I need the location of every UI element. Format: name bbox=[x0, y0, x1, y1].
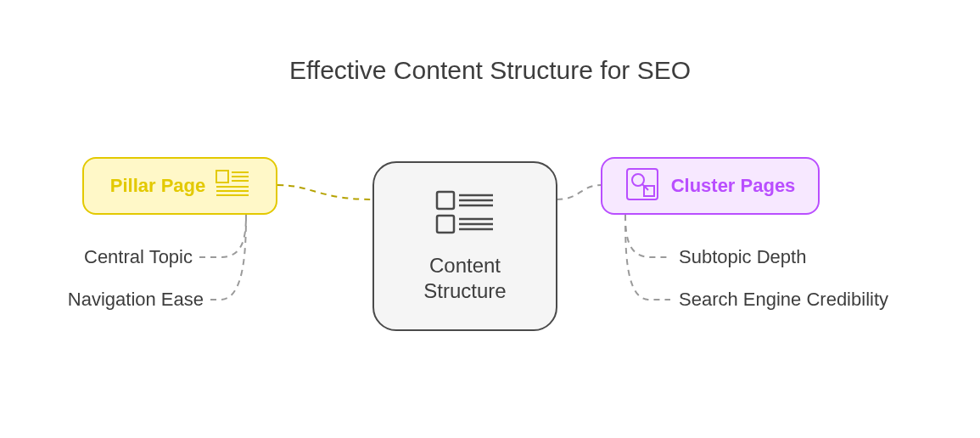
cluster-pages-label: Cluster Pages bbox=[671, 175, 796, 197]
content-structure-node: ContentStructure bbox=[372, 161, 557, 331]
pillar-page-label: Pillar Page bbox=[110, 175, 206, 197]
svg-rect-0 bbox=[216, 171, 228, 182]
svg-rect-11 bbox=[437, 216, 454, 233]
document-icon bbox=[216, 170, 249, 202]
connector-pillar-center bbox=[277, 178, 375, 204]
content-structure-label: ContentStructure bbox=[423, 253, 506, 304]
connector-cluster-sub2 bbox=[621, 215, 672, 308]
cluster-pages-node: Cluster Pages bbox=[601, 157, 820, 215]
svg-rect-7 bbox=[437, 192, 454, 209]
connector-pillar-sub2 bbox=[210, 215, 261, 308]
list-blocks-icon bbox=[432, 188, 498, 253]
diagram-title: Effective Content Structure for SEO bbox=[0, 56, 980, 85]
connector-cluster-sub1 bbox=[621, 215, 672, 266]
pillar-subitem-1: Central Topic bbox=[84, 246, 193, 268]
cluster-subitem-2: Search Engine Credibility bbox=[679, 289, 888, 311]
shapes-icon bbox=[625, 167, 659, 205]
cluster-subitem-1: Subtopic Depth bbox=[679, 246, 806, 268]
pillar-subitem-2: Navigation Ease bbox=[68, 289, 204, 311]
connector-pillar-sub1 bbox=[199, 215, 259, 266]
pillar-page-node: Pillar Page bbox=[82, 157, 277, 215]
connector-center-cluster bbox=[555, 178, 606, 204]
svg-point-16 bbox=[632, 174, 644, 186]
